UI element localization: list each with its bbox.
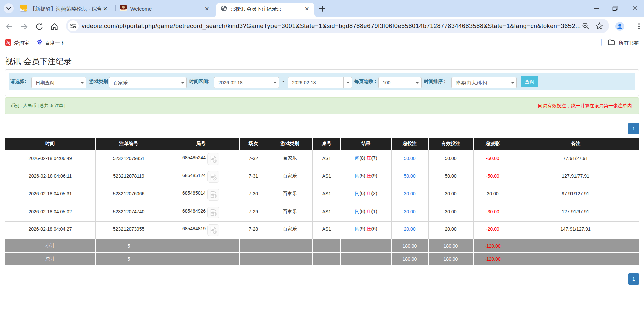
- svg-text:du: du: [39, 42, 41, 44]
